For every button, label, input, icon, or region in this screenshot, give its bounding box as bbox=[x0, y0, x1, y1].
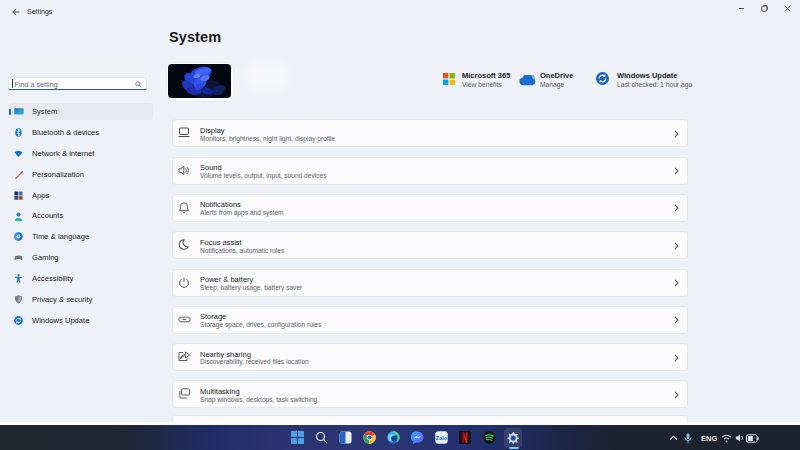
svg-text:Zalo: Zalo bbox=[435, 435, 447, 441]
